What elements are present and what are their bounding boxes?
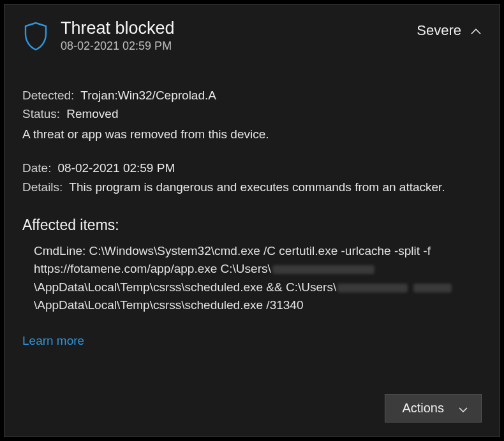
actions-label: Actions: [402, 401, 444, 416]
threat-panel: Threat blocked 08-02-2021 02:59 PM Sever…: [4, 4, 500, 437]
affected-heading: Affected items:: [22, 214, 482, 237]
panel-title: Threat blocked: [61, 18, 405, 38]
details-label: Details:: [22, 178, 63, 196]
severity-label: Severe: [417, 22, 461, 39]
actions-button[interactable]: Actions: [385, 394, 482, 423]
summary-text: A threat or app was removed from this de…: [22, 125, 482, 143]
learn-more-link[interactable]: Learn more: [22, 331, 482, 350]
panel-header: Threat blocked 08-02-2021 02:59 PM Sever…: [22, 18, 482, 54]
status-label: Status:: [22, 105, 60, 123]
date-label: Date:: [22, 159, 51, 177]
redacted-username-1: [272, 265, 374, 274]
redacted-username-3: [413, 284, 452, 293]
chevron-up-icon: [470, 25, 482, 36]
detected-value: Trojan:Win32/Ceprolad.A: [80, 86, 216, 105]
shield-icon: [22, 21, 49, 54]
chevron-down-icon: [458, 403, 468, 414]
panel-body: Detected: Trojan:Win32/Ceprolad.A Status…: [22, 86, 482, 350]
panel-timestamp: 08-02-2021 02:59 PM: [61, 40, 405, 53]
status-value: Removed: [66, 105, 118, 123]
details-value: This program is dangerous and executes c…: [69, 178, 482, 196]
redacted-username-2: [337, 284, 408, 293]
cmdline-part-3: \AppData\Local\Temp\csrss\scheduled.exe …: [34, 298, 303, 312]
cmdline-part-2: \AppData\Local\Temp\csrss\scheduled.exe …: [34, 280, 336, 294]
date-value: 08-02-2021 02:59 PM: [57, 159, 175, 177]
severity-toggle[interactable]: Severe: [417, 22, 482, 39]
detected-label: Detected:: [22, 86, 74, 105]
affected-cmdline: CmdLine: C:\Windows\System32\cmd.exe /C …: [34, 242, 482, 315]
panel-footer: Actions: [22, 394, 482, 423]
